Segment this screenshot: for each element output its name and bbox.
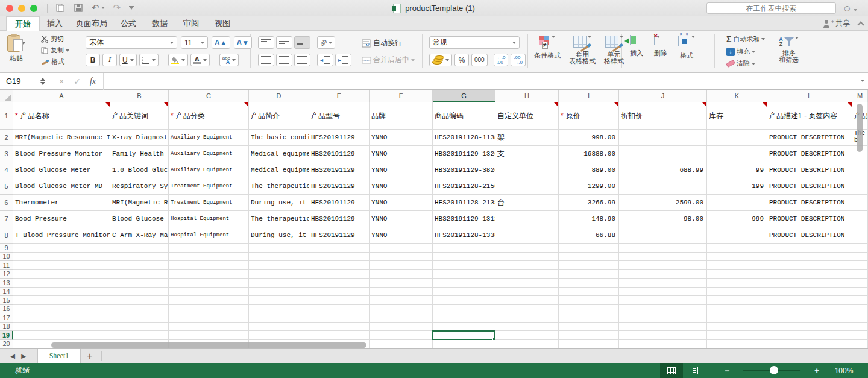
cell-I3[interactable]: 16888.00 xyxy=(559,146,619,162)
cell-K11[interactable] xyxy=(707,261,767,270)
cell-L14[interactable] xyxy=(767,288,852,297)
row-header-8[interactable]: 8 xyxy=(0,227,13,244)
cell-J6[interactable]: 2599.00 xyxy=(619,195,707,211)
cell-L12[interactable] xyxy=(767,270,852,279)
cell-G18[interactable] xyxy=(433,323,495,332)
cut-button[interactable]: 剪切 xyxy=(41,34,69,43)
cell-I14[interactable] xyxy=(559,288,619,297)
cell-G15[interactable] xyxy=(433,296,495,305)
cell-I19[interactable] xyxy=(559,331,619,340)
cell-A9[interactable] xyxy=(13,244,110,253)
row-header-17[interactable]: 17 xyxy=(0,313,13,323)
column-header-G[interactable]: G xyxy=(433,90,495,102)
cell-I2[interactable]: 998.00 xyxy=(559,130,619,146)
cell-A19[interactable] xyxy=(13,331,110,340)
cell-L9[interactable] xyxy=(767,244,852,253)
cell-J7[interactable]: 98.00 xyxy=(619,211,707,227)
cell-G14[interactable] xyxy=(433,288,495,297)
cell-D18[interactable] xyxy=(249,323,309,332)
delete-cells-button[interactable]: × 删除 xyxy=(654,36,667,59)
column-header-M[interactable]: M xyxy=(852,90,868,102)
cell-M18[interactable] xyxy=(852,323,868,332)
cell-M8[interactable] xyxy=(852,227,868,244)
cell-M17[interactable] xyxy=(852,313,868,323)
orientation-caret[interactable] xyxy=(329,42,332,44)
cell-K5[interactable]: 199 xyxy=(707,178,767,195)
sheet-tab-sheet1[interactable]: Sheet1 xyxy=(37,349,81,364)
text-effects-button[interactable]: abc A xyxy=(219,54,239,66)
cell-K8[interactable] xyxy=(707,227,767,244)
copy-button[interactable]: 复制 xyxy=(41,46,69,55)
cell-F17[interactable] xyxy=(370,313,433,323)
cell-C5[interactable]: Treatment Equipment xyxy=(169,178,249,195)
cell-A18[interactable] xyxy=(13,323,110,332)
column-header-J[interactable]: J xyxy=(619,90,707,102)
cell-E10[interactable] xyxy=(309,253,370,262)
cell-E16[interactable] xyxy=(309,305,370,314)
cell-G8[interactable]: HFS20191128-1338 xyxy=(433,227,495,244)
cell-E7[interactable]: HBS20191129 xyxy=(309,211,370,227)
cell-A16[interactable] xyxy=(13,305,110,314)
cell-F7[interactable]: YNNO xyxy=(370,211,433,227)
cell-H20[interactable] xyxy=(495,340,559,349)
cell-I11[interactable] xyxy=(559,261,619,270)
cell-F1[interactable]: 品牌 xyxy=(370,102,433,130)
cell-I15[interactable] xyxy=(559,296,619,305)
collapse-ribbon-icon[interactable] xyxy=(857,21,864,28)
cell-G7[interactable]: HBS20191129-1312 xyxy=(433,211,495,227)
cell-J15[interactable] xyxy=(619,296,707,305)
cell-F9[interactable] xyxy=(370,244,433,253)
cell-J11[interactable] xyxy=(619,261,707,270)
cell-A15[interactable] xyxy=(13,296,110,305)
row-header-10[interactable]: 10 xyxy=(0,253,13,262)
format-cells-caret[interactable] xyxy=(691,36,695,38)
format-as-table-caret[interactable] xyxy=(588,36,591,38)
clear-caret[interactable] xyxy=(752,63,755,65)
align-bottom-button[interactable] xyxy=(294,36,310,49)
cell-E2[interactable]: HFS20191129 xyxy=(309,130,370,146)
cell-H6[interactable]: 台 xyxy=(495,195,559,211)
column-header-H[interactable]: H xyxy=(495,90,559,102)
cell-F13[interactable] xyxy=(370,279,433,288)
cell-G5[interactable]: HFS20191128-2156 xyxy=(433,178,495,195)
cell-I13[interactable] xyxy=(559,279,619,288)
cell-I18[interactable] xyxy=(559,323,619,332)
cell-L13[interactable] xyxy=(767,279,852,288)
cell-C13[interactable] xyxy=(169,279,249,288)
cell-E8[interactable]: HFS20191129 xyxy=(309,227,370,244)
cell-L8[interactable]: PRODUCT DESCRIPTION xyxy=(767,227,852,244)
cell-G20[interactable] xyxy=(433,340,495,349)
cell-M20[interactable] xyxy=(852,340,868,349)
cell-F4[interactable]: YNNO xyxy=(370,162,433,178)
align-left-button[interactable] xyxy=(258,54,274,66)
cell-K14[interactable] xyxy=(707,288,767,297)
cell-K20[interactable] xyxy=(707,340,767,349)
cell-J3[interactable] xyxy=(619,146,707,162)
cell-L7[interactable]: PRODUCT DESCRIPTION xyxy=(767,211,852,227)
format-cells-button[interactable]: ⇤⇥ 格式 xyxy=(678,36,695,59)
cell-J19[interactable] xyxy=(619,331,707,340)
insert-cells-button[interactable]: 插入 xyxy=(630,36,643,59)
cell-B18[interactable] xyxy=(110,323,169,332)
prev-sheet-button[interactable]: ◀ xyxy=(7,353,18,359)
cell-K9[interactable] xyxy=(707,244,767,253)
cell-I8[interactable]: 66.88 xyxy=(559,227,619,244)
paste-button[interactable]: 粘贴 xyxy=(7,35,25,63)
cell-B3[interactable]: Family Health xyxy=(110,146,169,162)
cell-F11[interactable] xyxy=(370,261,433,270)
cell-H1[interactable]: 自定义单位 xyxy=(495,102,559,130)
cell-D16[interactable] xyxy=(249,305,309,314)
cell-B7[interactable]: Blood Glucose Met xyxy=(110,211,169,227)
cell-D7[interactable]: The therapeutic ef xyxy=(249,211,309,227)
cell-D4[interactable]: Medical equipment xyxy=(249,162,309,178)
cell-H8[interactable] xyxy=(495,227,559,244)
cell-I12[interactable] xyxy=(559,270,619,279)
cell-C2[interactable]: Auxiliary Equipment xyxy=(169,130,249,146)
column-header-L[interactable]: L xyxy=(767,90,852,102)
fill-color-button[interactable] xyxy=(168,54,188,66)
row-header-2[interactable]: 2 xyxy=(0,130,13,146)
cell-C7[interactable]: Hospital Equipment xyxy=(169,211,249,227)
cell-K4[interactable]: 99 xyxy=(707,162,767,178)
sort-filter-button[interactable]: AZ 排序 和筛选 xyxy=(779,37,799,63)
cell-H15[interactable] xyxy=(495,296,559,305)
